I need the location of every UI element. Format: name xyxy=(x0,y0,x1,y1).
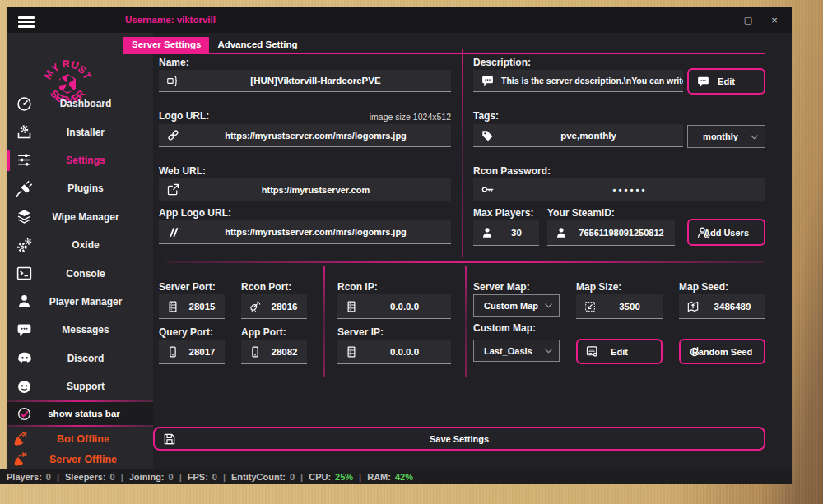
tag-icon xyxy=(481,129,494,142)
plug-icon xyxy=(16,180,33,197)
resize-icon xyxy=(584,300,597,313)
chat-icon xyxy=(481,74,495,88)
rcon-port-input[interactable]: 28016 xyxy=(241,294,307,319)
show-status-bar-toggle[interactable]: show status bar xyxy=(7,402,153,425)
edit-description-button[interactable]: Edit xyxy=(687,68,765,95)
server-icon xyxy=(345,345,358,358)
stat-cpu: CPU:25% xyxy=(309,472,353,482)
app-port-input[interactable]: 28082 xyxy=(241,340,307,364)
app-logo-url-label: App Logo URL: xyxy=(159,207,231,219)
sidebar-item-messages[interactable]: Messages xyxy=(7,316,153,344)
web-url-input[interactable]: https://myrustserver.com xyxy=(159,178,451,201)
name-input[interactable]: [HUN]Viktorvill-HardcorePVE xyxy=(159,70,451,92)
name-label: Name: xyxy=(159,57,189,68)
max-players-input[interactable]: 30 xyxy=(473,220,539,246)
add-users-button[interactable]: Add Users xyxy=(687,219,765,246)
stat-ram: RAM:42% xyxy=(367,472,413,482)
map-seed-input[interactable]: 3486489 xyxy=(679,294,765,319)
phone-icon xyxy=(166,345,179,358)
query-port-input[interactable]: 28017 xyxy=(159,340,225,364)
sidebar-item-oxide[interactable]: Oxide xyxy=(7,231,153,259)
server-icon xyxy=(166,300,179,313)
tab-server-settings[interactable]: Server Settings xyxy=(123,37,209,53)
person-icon xyxy=(481,226,494,239)
sidebar-item-console[interactable]: Console xyxy=(7,259,153,287)
rcon-ip-input[interactable]: 0.0.0.0 xyxy=(337,294,451,319)
stat-joining: Joining:0 xyxy=(129,472,174,482)
map-size-input[interactable]: 3500 xyxy=(576,294,663,319)
satellite-offline-icon xyxy=(12,451,29,468)
tags-dropdown[interactable]: monthly xyxy=(687,125,765,148)
app-window: Username: viktorvill – ▢ × MY RUST SERVE… xyxy=(7,7,792,469)
sidebar-item-settings[interactable]: Settings xyxy=(7,146,153,174)
chat-icon xyxy=(696,75,710,89)
satellite-icon xyxy=(249,300,262,313)
external-link-icon xyxy=(166,183,180,197)
server-ip-input[interactable]: 0.0.0.0 xyxy=(337,340,451,364)
stat-entity-count: EntityCount:0 xyxy=(231,472,295,482)
ports-divider xyxy=(323,266,325,377)
app-logo-url-input[interactable]: https://myrustserver.com/mrs/logomrs.jpg xyxy=(159,220,451,244)
stat-sleepers: Sleepers:0 xyxy=(65,472,115,482)
random-seed-button[interactable]: Random Seed xyxy=(679,339,765,364)
map-size-label: Map Size: xyxy=(576,281,621,293)
sidebar-item-installer[interactable]: Installer xyxy=(7,118,153,146)
sidebar-item-discord[interactable]: Discord xyxy=(7,344,153,372)
sidebar-nav: Dashboard Installer Settings Plugins Wip… xyxy=(7,90,153,400)
person-icon xyxy=(16,293,33,310)
edit-map-button[interactable]: Edit xyxy=(576,339,663,364)
description-input[interactable]: This is the server description.\nYou can… xyxy=(473,70,683,92)
server-map-label: Server Map: xyxy=(473,281,530,293)
steam-id-input[interactable]: 76561198091250812 xyxy=(547,220,675,246)
title-bar: Username: viktorvill – ▢ × xyxy=(7,7,792,33)
close-button[interactable]: × xyxy=(765,14,783,26)
key-icon xyxy=(481,183,495,197)
custom-map-dropdown[interactable]: Last_Oasis xyxy=(473,340,560,362)
person-icon xyxy=(555,226,568,239)
max-players-label: Max Players: xyxy=(473,207,533,219)
sliders-icon xyxy=(16,151,33,169)
sidebar-item-dashboard[interactable]: Dashboard xyxy=(7,90,153,118)
layers-icon xyxy=(16,208,33,225)
hamburger-menu-icon[interactable] xyxy=(13,12,40,30)
tab-underline xyxy=(123,53,765,54)
steam-id-label: Your SteamID: xyxy=(547,207,615,219)
sidebar-item-support[interactable]: Support xyxy=(7,372,153,400)
tags-input[interactable]: pve,monthly xyxy=(473,124,683,147)
map-seed-label: Map Seed: xyxy=(679,281,728,293)
rcon-password-input[interactable]: •••••• xyxy=(473,178,765,201)
window-controls: – ▢ × xyxy=(713,7,783,33)
tags-label: Tags: xyxy=(473,110,499,122)
refresh-icon xyxy=(688,345,701,358)
sidebar: MY RUST SERVER Dashboard Installer Setti… xyxy=(7,33,153,469)
server-port-input[interactable]: 28015 xyxy=(159,294,225,319)
stat-players: Players:0 xyxy=(7,472,51,482)
phone-icon xyxy=(249,345,262,358)
terminal-icon xyxy=(16,265,33,282)
gears-icon xyxy=(16,237,33,254)
logo-url-input[interactable]: https://myrustserver.com/mrs/logomrs.jpg xyxy=(159,124,451,147)
tab-bar: Server Settings Advanced Setting xyxy=(123,37,306,53)
save-settings-button[interactable]: Save Settings xyxy=(153,427,765,451)
installer-icon xyxy=(16,123,33,141)
server-map-dropdown[interactable]: Custom Map xyxy=(473,294,560,317)
satellite-offline-icon xyxy=(12,431,29,447)
sidebar-item-player-manager[interactable]: Player Manager xyxy=(7,288,153,316)
logo-url-label: Logo URL: xyxy=(159,110,209,122)
stat-fps: FPS:0 xyxy=(188,472,217,482)
form-edit-icon xyxy=(585,344,599,358)
check-circle-icon xyxy=(16,406,32,422)
custom-map-label: Custom Map: xyxy=(473,322,536,334)
tab-advanced-setting[interactable]: Advanced Setting xyxy=(209,37,305,53)
description-label: Description: xyxy=(473,57,531,68)
query-port-label: Query Port: xyxy=(159,326,213,338)
slashes-icon xyxy=(166,225,180,239)
chevron-down-icon xyxy=(542,299,555,312)
map-section-divider xyxy=(465,266,467,377)
maximize-button[interactable]: ▢ xyxy=(739,15,757,25)
minimize-button[interactable]: – xyxy=(713,14,731,26)
support-icon xyxy=(16,378,33,395)
rcon-ip-label: Rcon IP: xyxy=(337,281,378,293)
sidebar-item-plugins[interactable]: Plugins xyxy=(7,174,153,202)
sidebar-item-wipe-manager[interactable]: Wipe Manager xyxy=(7,203,153,231)
